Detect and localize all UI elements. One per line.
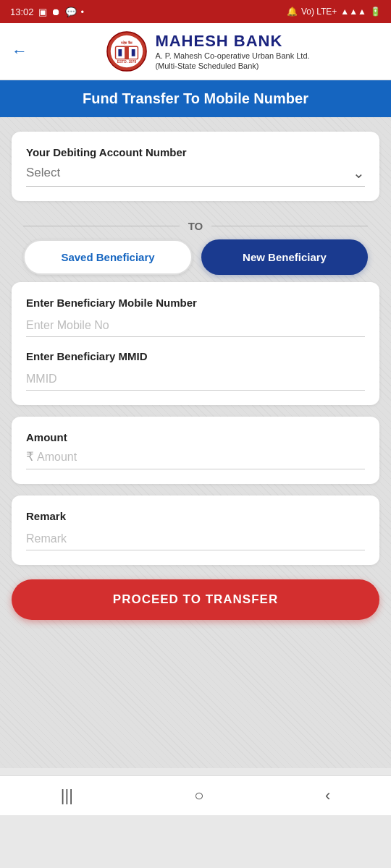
mobile-input[interactable]	[26, 315, 365, 337]
status-right: 🔔 Vo) LTE+ ▲▲▲ 🔋	[287, 7, 381, 17]
amount-input[interactable]	[37, 451, 365, 464]
page-title-banner: Fund Transfer To Mobile Number	[0, 80, 391, 117]
chevron-down-icon: ⌄	[353, 164, 365, 182]
account-select-wrapper[interactable]: ⌄	[26, 164, 365, 187]
mobile-form-group: Enter Beneficiary Mobile Number	[26, 297, 365, 337]
page-title: Fund Transfer To Mobile Number	[83, 90, 308, 106]
signal-icon: ▲▲▲	[340, 7, 366, 17]
bank-logo-area: महेश बैंक ESTD. 1978 MAHESH BANK A. P. M…	[36, 30, 379, 72]
main-content: Your Debiting Account Number ⌄ TO Saved …	[0, 117, 391, 768]
status-time: 13:02	[10, 7, 34, 17]
header: ← महेश बैंक ESTD. 1978 MAHESH BANK A. P.…	[0, 23, 391, 80]
divider-line-right	[211, 226, 368, 227]
rupee-symbol: ₹	[26, 449, 34, 464]
amount-card: Amount ₹	[12, 417, 379, 484]
nav-menu-icon[interactable]: |||	[61, 786, 73, 805]
mmid-form-group: Enter Beneficiary MMID	[26, 350, 365, 391]
network-icon: Vo) LTE+	[301, 7, 337, 17]
svg-rect-5	[125, 46, 129, 59]
new-beneficiary-button[interactable]: New Beneficiary	[201, 239, 368, 275]
status-left: 13:02 ▣ ⏺ 💬 •	[10, 7, 84, 17]
saved-beneficiary-button[interactable]: Saved Beneficiary	[23, 239, 193, 275]
dot-icon: •	[81, 7, 85, 17]
beneficiary-toggle: Saved Beneficiary New Beneficiary	[12, 239, 379, 282]
bank-name: MAHESH BANK	[155, 32, 309, 51]
battery-icon: 🔋	[370, 7, 381, 17]
status-bar: 13:02 ▣ ⏺ 💬 • 🔔 Vo) LTE+ ▲▲▲ 🔋	[0, 0, 391, 23]
account-select-input[interactable]	[26, 166, 353, 180]
svg-rect-4	[119, 49, 122, 56]
svg-text:महेश बैंक: महेश बैंक	[121, 41, 133, 45]
divider-line-left	[23, 226, 180, 227]
nav-home-icon[interactable]: ○	[194, 786, 203, 805]
bank-sub2: (Multi-State Scheduled Bank)	[155, 61, 309, 71]
debiting-account-label: Your Debiting Account Number	[26, 146, 365, 158]
mmid-label: Enter Beneficiary MMID	[26, 350, 365, 362]
nav-back-icon[interactable]: ‹	[325, 786, 330, 805]
amount-label: Amount	[26, 431, 365, 443]
bottom-nav: ||| ○ ‹	[0, 775, 391, 815]
to-text: TO	[188, 220, 203, 232]
sim-icon: ▣	[38, 7, 47, 17]
debiting-account-card: Your Debiting Account Number ⌄	[12, 132, 379, 201]
bank-name-area: MAHESH BANK A. P. Mahesh Co-operative Ur…	[155, 32, 309, 72]
svg-rect-6	[132, 49, 135, 56]
to-divider: TO	[12, 213, 379, 239]
remark-input[interactable]	[26, 528, 365, 550]
whatsapp-icon: 💬	[65, 7, 77, 17]
mmid-input[interactable]	[26, 368, 365, 391]
proceed-button[interactable]: PROCEED TO TRANSFER	[12, 579, 379, 620]
amount-input-wrapper: ₹	[26, 449, 365, 469]
svg-text:ESTD. 1978: ESTD. 1978	[117, 60, 137, 64]
remark-label: Remark	[26, 510, 365, 522]
back-button[interactable]: ←	[12, 42, 28, 61]
bank-sub1: A. P. Mahesh Co-operative Urban Bank Ltd…	[155, 51, 309, 61]
alarm-icon: 🔔	[287, 7, 298, 17]
beneficiary-form-card: Enter Beneficiary Mobile Number Enter Be…	[12, 282, 379, 405]
remark-card: Remark	[12, 495, 379, 565]
bank-logo: महेश बैंक ESTD. 1978	[106, 30, 148, 72]
mobile-label: Enter Beneficiary Mobile Number	[26, 297, 365, 309]
screen-record-icon: ⏺	[51, 7, 61, 17]
